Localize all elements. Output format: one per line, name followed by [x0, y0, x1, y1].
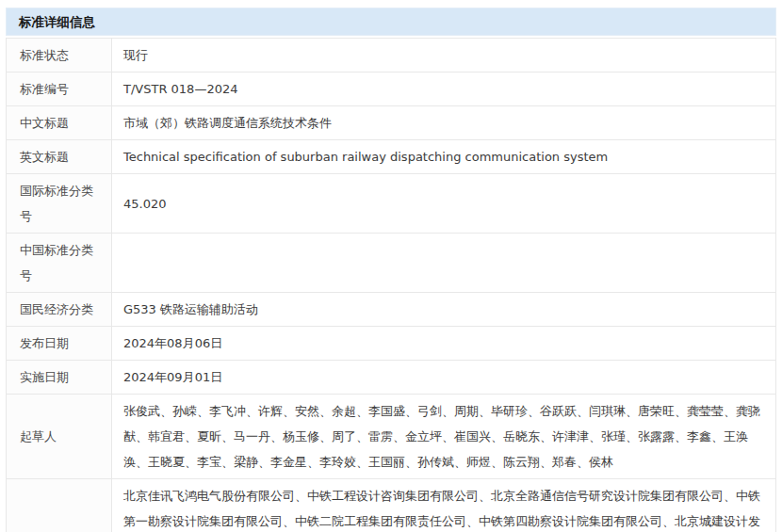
- table-row: 起草单位 北京佳讯飞鸿电气股份有限公司、中铁工程设计咨询集团有限公司、北京全路通…: [7, 479, 775, 532]
- row-label: 起草人: [7, 395, 112, 478]
- row-label: 英文标题: [7, 140, 112, 173]
- row-label: 发布日期: [7, 327, 112, 360]
- row-label: 标准状态: [7, 39, 112, 72]
- standard-detail-page: 标准详细信息 标准状态 现行 标准编号 T/VSTR 018—2024 中文标题…: [0, 0, 782, 532]
- table-row: 中国标准分类号: [7, 234, 775, 293]
- row-value: 张俊武、孙嵘、李飞冲、许辉、安然、余超、李国盛、弓剑、周期、毕研珍、谷跃跃、闫琪…: [112, 395, 775, 478]
- row-value: 2024年09月01日: [112, 361, 775, 394]
- row-value: T/VSTR 018—2024: [112, 73, 775, 105]
- table-row: 中文标题 市域（郊）铁路调度通信系统技术条件: [7, 106, 775, 140]
- table-row: 国际标准分类号 45.020: [7, 174, 775, 234]
- row-label: 起草单位: [7, 479, 112, 532]
- panel-title: 标准详细信息: [6, 8, 776, 36]
- table-row: 起草人 张俊武、孙嵘、李飞冲、许辉、安然、余超、李国盛、弓剑、周期、毕研珍、谷跃…: [7, 395, 775, 479]
- row-label: 中文标题: [7, 106, 112, 139]
- row-value: [112, 234, 775, 292]
- row-label: 国际标准分类号: [7, 174, 112, 233]
- table-row: 发布日期 2024年08月06日: [7, 327, 775, 361]
- row-value: 45.020: [112, 174, 775, 233]
- details-table: 标准状态 现行 标准编号 T/VSTR 018—2024 中文标题 市域（郊）铁…: [6, 38, 776, 532]
- row-value: 2024年08月06日: [112, 327, 775, 360]
- row-value: 北京佳讯飞鸿电气股份有限公司、中铁工程设计咨询集团有限公司、北京全路通信信号研究…: [112, 479, 775, 532]
- row-value: 现行: [112, 39, 775, 72]
- row-label: 实施日期: [7, 361, 112, 394]
- row-label: 标准编号: [7, 73, 112, 105]
- row-label: 国民经济分类: [7, 293, 112, 326]
- table-row: 英文标题 Technical specification of suburban…: [7, 140, 775, 174]
- row-label: 中国标准分类号: [7, 234, 112, 292]
- row-value: G533 铁路运输辅助活动: [112, 293, 775, 326]
- table-row: 标准状态 现行: [7, 39, 775, 73]
- table-row: 标准编号 T/VSTR 018—2024: [7, 73, 775, 106]
- table-row: 国民经济分类 G533 铁路运输辅助活动: [7, 293, 775, 327]
- row-value: Technical specification of suburban rail…: [112, 140, 775, 173]
- table-row: 实施日期 2024年09月01日: [7, 361, 775, 395]
- row-value: 市域（郊）铁路调度通信系统技术条件: [112, 106, 775, 139]
